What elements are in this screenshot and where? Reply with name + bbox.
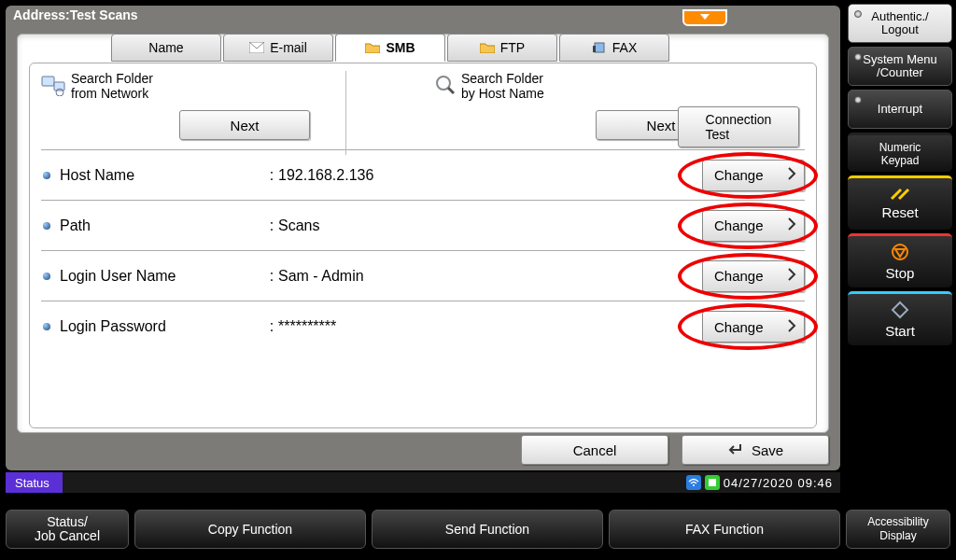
cancel-button[interactable]: Cancel — [521, 435, 668, 465]
field-value: Sam - Admin — [278, 268, 702, 285]
chevron-right-icon — [788, 217, 796, 233]
enter-icon — [727, 442, 742, 458]
reset-icon — [890, 188, 910, 203]
search-folder-network-label: Search Folder from Network — [71, 71, 153, 101]
wifi-icon — [686, 475, 701, 490]
change-button[interactable]: Change — [702, 210, 805, 242]
row-host-name: Host Name : 192.168.2.136 Change — [41, 150, 805, 201]
svg-rect-3 — [593, 46, 596, 52]
datetime-label: 04/27/2020 09:46 — [724, 476, 833, 490]
field-label: Path — [60, 217, 265, 234]
magnifier-icon — [435, 75, 456, 98]
connection-test-button[interactable]: Connection Test — [678, 106, 799, 147]
tab-name[interactable]: Name — [111, 34, 221, 62]
svg-marker-12 — [895, 249, 905, 257]
fax-function-button[interactable]: FAX Function — [609, 510, 840, 549]
auth-logout-button[interactable]: Authentic./ Logout — [848, 4, 952, 43]
envelope-icon — [249, 41, 264, 54]
accessibility-display-button[interactable]: Accessibility Display — [846, 510, 950, 549]
stop-icon — [891, 243, 909, 264]
network-icon — [41, 74, 65, 99]
search-folder-host-label: Search Folder by Host Name — [461, 71, 544, 101]
save-button[interactable]: Save — [682, 435, 829, 465]
bullet-icon — [43, 323, 50, 330]
change-button[interactable]: Change — [702, 260, 805, 292]
chevron-right-icon — [788, 167, 796, 183]
svg-marker-0 — [700, 14, 710, 20]
numeric-keypad-button[interactable]: Numeric Keypad — [848, 133, 952, 172]
copy-function-button[interactable]: Copy Function — [134, 510, 366, 549]
svg-rect-15 — [709, 479, 716, 486]
row-login-user: Login User Name : Sam - Admin Change — [41, 251, 805, 301]
stop-button[interactable]: Stop — [848, 233, 952, 287]
folder-icon — [365, 41, 380, 54]
bullet-icon — [43, 172, 50, 179]
folder-icon — [480, 41, 495, 54]
field-value: Scans — [278, 217, 702, 234]
field-label: Login Password — [60, 318, 265, 335]
status-job-cancel-button[interactable]: Status/ Job Cancel — [6, 510, 129, 549]
tab-smb[interactable]: SMB — [335, 34, 445, 62]
bullet-icon — [43, 222, 50, 230]
bullet-icon — [43, 273, 50, 280]
row-login-password: Login Password : ********** Change — [41, 301, 805, 352]
field-value: ********** — [278, 318, 702, 335]
svg-marker-13 — [893, 302, 907, 317]
svg-point-14 — [693, 484, 695, 486]
svg-rect-4 — [42, 77, 54, 86]
start-button[interactable]: Start — [848, 291, 952, 345]
chevron-right-icon — [788, 319, 796, 335]
field-value: 192.168.2.136 — [278, 167, 702, 184]
memory-icon — [705, 475, 720, 490]
change-button[interactable]: Change — [702, 160, 805, 191]
dropdown-handle[interactable] — [682, 9, 727, 26]
interrupt-button[interactable]: Interrupt — [848, 90, 952, 129]
reset-button[interactable]: Reset — [848, 175, 952, 230]
svg-point-7 — [437, 77, 450, 90]
chevron-right-icon — [788, 268, 796, 284]
svg-rect-5 — [54, 82, 64, 91]
send-function-button[interactable]: Send Function — [372, 510, 603, 549]
svg-rect-2 — [595, 43, 604, 52]
status-label[interactable]: Status — [6, 472, 63, 493]
fax-icon — [592, 41, 607, 54]
field-label: Login User Name — [60, 268, 265, 285]
row-path: Path : Scans Change — [41, 201, 805, 251]
change-button[interactable]: Change — [702, 311, 805, 343]
svg-line-8 — [448, 88, 454, 93]
field-label: Host Name — [60, 167, 265, 184]
tab-email[interactable]: E-mail — [223, 34, 333, 62]
tab-fax[interactable]: FAX — [559, 34, 669, 62]
system-menu-button[interactable]: System Menu /Counter — [848, 47, 952, 86]
tab-ftp[interactable]: FTP — [447, 34, 557, 62]
next-button-network[interactable]: Next — [179, 110, 310, 140]
start-icon — [891, 301, 909, 322]
